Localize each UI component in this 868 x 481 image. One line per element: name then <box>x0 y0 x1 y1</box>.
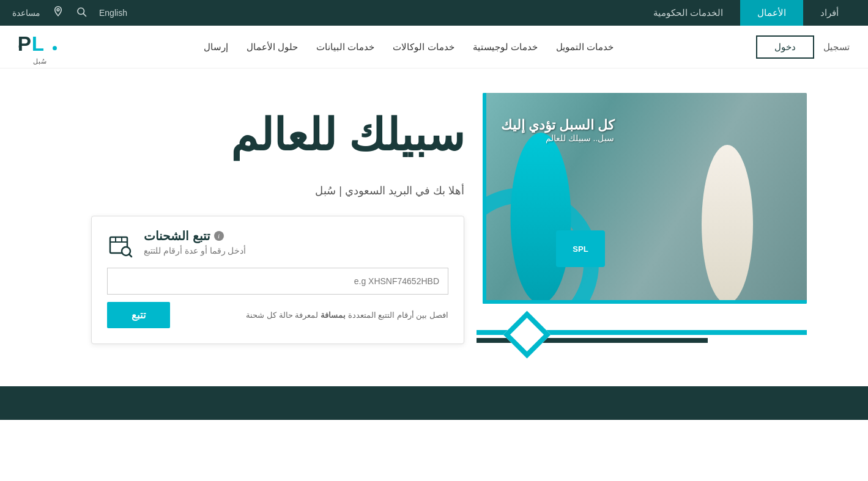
language-switch[interactable]: English <box>99 8 127 18</box>
top-bar-tabs: أفراد الأعمال الخدمات الحكومية <box>636 0 856 26</box>
logo[interactable]: S P L سُبل <box>18 29 61 65</box>
main-nav: تسجيل دخول خدمات التمويل خدمات لوجيستية … <box>0 26 868 68</box>
tracking-title: تتبع الشحنات <box>144 229 210 243</box>
tab-individuals[interactable]: أفراد <box>803 0 856 26</box>
hero-text: سبيلك للعالم أهلا بك في البريد السعودي |… <box>37 93 477 344</box>
tab-business[interactable]: الأعمال <box>740 0 803 26</box>
tracking-hint: افصل بين أرقام التتبع المتعددة بمسافة لم… <box>246 309 448 321</box>
location-icon[interactable] <box>53 6 64 21</box>
tracking-box: i تتبع الشحنات أدخل رقما أو عدة أرقام لل… <box>91 216 464 344</box>
svg-line-1 <box>83 13 86 16</box>
spl-package: SPL <box>556 230 605 267</box>
nav-auth: تسجيل دخول <box>756 35 850 59</box>
tracking-subtitle: أدخل رقما أو عدة أرقام للتتبع <box>144 246 246 255</box>
nav-item-business[interactable]: حلول الأعمال <box>247 42 298 53</box>
track-button[interactable]: تتبع <box>107 302 170 328</box>
nav-item-send[interactable]: إرسال <box>204 42 228 53</box>
svg-line-12 <box>129 254 132 257</box>
tracking-search-icon <box>107 232 133 260</box>
svg-point-6 <box>53 46 57 50</box>
register-button[interactable]: تسجيل <box>823 42 850 53</box>
tab-government[interactable]: الخدمات الحكومية <box>636 0 740 26</box>
hero-image-overlay-text: كل السبل تؤدي إليك سبل.. سبيلك للعالم <box>501 117 614 143</box>
logo-subtitle: سُبل <box>18 57 61 65</box>
tracking-input[interactable] <box>107 268 448 295</box>
svg-text:P: P <box>18 32 31 55</box>
search-icon[interactable] <box>76 6 87 20</box>
info-icon[interactable]: i <box>214 231 224 241</box>
tracking-header: i تتبع الشحنات أدخل رقما أو عدة أرقام لل… <box>107 229 448 264</box>
hero-image: SPL كل السبل تؤدي إليك سبل.. سبيلك للعال… <box>483 93 807 304</box>
hero-subtitle: أهلا بك في البريد السعودي | سُبل <box>37 184 464 197</box>
nav-item-data[interactable]: خدمات البيانات <box>316 42 374 53</box>
nav-item-finance[interactable]: خدمات التمويل <box>556 42 614 53</box>
help-link[interactable]: مساعدة <box>12 8 40 18</box>
login-button[interactable]: دخول <box>756 35 814 59</box>
bottom-bar <box>0 386 868 420</box>
nav-links: خدمات التمويل خدمات لوجيستية خدمات الوكا… <box>204 42 614 53</box>
top-bar-utilities: English مساعدة <box>12 6 127 21</box>
svg-point-2 <box>57 9 59 11</box>
nav-item-logistics[interactable]: خدمات لوجيستية <box>473 42 538 53</box>
top-bar: أفراد الأعمال الخدمات الحكومية English م… <box>0 0 868 26</box>
tracking-footer: افصل بين أرقام التتبع المتعددة بمسافة لم… <box>107 302 448 328</box>
hero-section: SPL كل السبل تؤدي إليك سبل.. سبيلك للعال… <box>0 68 868 386</box>
hero-image-container: SPL كل السبل تؤدي إليك سبل.. سبيلك للعال… <box>477 93 807 382</box>
svg-text:L: L <box>32 32 44 55</box>
nav-item-agency[interactable]: خدمات الوكالات <box>393 42 454 53</box>
hero-title: سبيلك للعالم <box>37 111 464 160</box>
